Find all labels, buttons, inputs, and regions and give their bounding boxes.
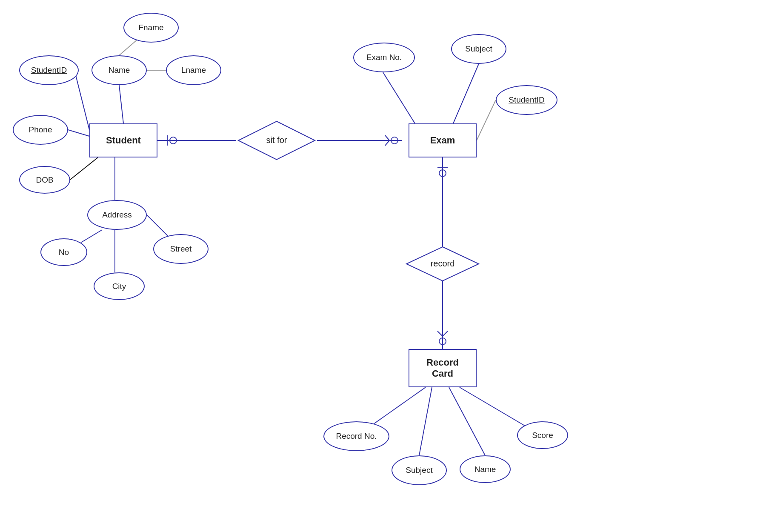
attr-studentid-student: StudentID [19, 55, 79, 85]
attr-name-rc: Name [460, 455, 511, 483]
attr-exam-no: Exam No. [353, 43, 415, 72]
attr-phone: Phone [13, 115, 68, 145]
attr-score: Score [517, 421, 568, 449]
attr-fname: Fname [123, 13, 179, 43]
attr-city: City [94, 272, 145, 300]
attr-subject-rc: Subject [392, 455, 447, 485]
attr-no: No [40, 238, 87, 266]
attr-lname: Lname [166, 55, 221, 85]
entity-exam: Exam [409, 123, 477, 157]
attr-street: Street [153, 234, 209, 264]
attr-name: Name [91, 55, 147, 85]
attr-record-no: Record No. [323, 421, 389, 451]
attr-address: Address [87, 200, 147, 230]
attr-dob: DOB [19, 166, 70, 194]
er-diagram: Student Exam RecordCard Fname Name Lname… [0, 0, 766, 532]
attr-studentid-exam: StudentID [496, 85, 557, 115]
attr-subject-exam: Subject [451, 34, 506, 64]
entity-student: Student [89, 123, 157, 157]
entity-record-card: RecordCard [409, 349, 477, 387]
